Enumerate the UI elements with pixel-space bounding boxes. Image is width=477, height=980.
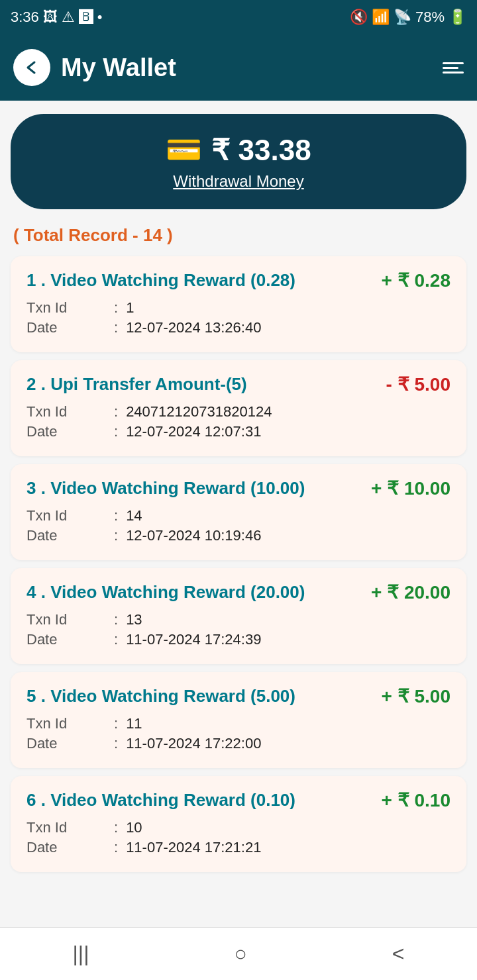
txn-id-row: Txn Id : 11 <box>26 715 450 732</box>
txn-date-value: 11-07-2024 17:22:00 <box>126 735 261 752</box>
txn-date-label: Date <box>26 631 106 648</box>
transaction-card: 5 . Video Watching Reward (5.00) + ₹ 5.0… <box>11 672 466 768</box>
wallet-icon: 💳 <box>166 132 202 167</box>
transaction-card: 1 . Video Watching Reward (0.28) + ₹ 0.2… <box>11 256 466 352</box>
txn-id-value: 10 <box>126 819 142 836</box>
transaction-card: 6 . Video Watching Reward (0.10) + ₹ 0.1… <box>11 776 466 872</box>
wallet-balance-card: 💳 ₹ 33.38 Withdrawal Money <box>11 114 466 209</box>
txn-date-row: Date : 12-07-2024 13:26:40 <box>26 319 450 336</box>
txn-date-value: 11-07-2024 17:21:21 <box>126 839 261 856</box>
txn-separator: : <box>114 819 118 836</box>
txn-id-value: 13 <box>126 611 142 628</box>
txn-amount: + ₹ 0.28 <box>382 270 450 291</box>
txn-id-label: Txn Id <box>26 819 106 836</box>
txn-title: 1 . Video Watching Reward (0.28) <box>26 270 295 291</box>
txn-title: 2 . Upi Transfer Amount-(5) <box>26 374 247 395</box>
back-nav-button[interactable]: < <box>366 936 431 971</box>
txn-date-label: Date <box>26 423 106 440</box>
alert-icon: ⚠ <box>62 9 75 26</box>
txn-date-label: Date <box>26 735 106 752</box>
txn-amount: + ₹ 10.00 <box>371 477 450 499</box>
mute-icon: 🔇 <box>350 9 368 26</box>
txn-id-label: Txn Id <box>26 715 106 732</box>
txn-date-label: Date <box>26 527 106 544</box>
svg-point-0 <box>22 58 42 77</box>
txn-date-row: Date : 12-07-2024 12:07:31 <box>26 423 450 440</box>
txn-separator: : <box>114 507 118 524</box>
txn-date-separator: : <box>114 319 118 336</box>
txn-id-label: Txn Id <box>26 611 106 628</box>
txn-id-row: Txn Id : 13 <box>26 611 450 628</box>
status-bar: 3:36 🖼 ⚠ 🅱 • 🔇 📶 📡 78% 🔋 <box>0 0 477 34</box>
txn-date-separator: : <box>114 839 118 856</box>
txn-amount: + ₹ 20.00 <box>371 581 450 603</box>
withdrawal-link[interactable]: Withdrawal Money <box>173 172 303 191</box>
battery-text: 78% <box>415 9 445 26</box>
txn-id-row: Txn Id : 1 <box>26 299 450 317</box>
dot-icon: • <box>97 9 103 26</box>
txn-date-value: 12-07-2024 12:07:31 <box>126 423 261 440</box>
txn-id-value: 1 <box>126 299 134 317</box>
transaction-card: 2 . Upi Transfer Amount-(5) - ₹ 5.00 Txn… <box>11 360 466 456</box>
filter-line-1 <box>443 62 464 64</box>
status-time: 3:36 <box>11 9 39 26</box>
txn-date-value: 12-07-2024 13:26:40 <box>126 319 261 336</box>
txn-date-separator: : <box>114 631 118 648</box>
transaction-card: 3 . Video Watching Reward (10.00) + ₹ 10… <box>11 464 466 560</box>
txn-title: 6 . Video Watching Reward (0.10) <box>26 790 295 810</box>
txn-separator: : <box>114 715 118 732</box>
txn-date-row: Date : 11-07-2024 17:21:21 <box>26 839 450 856</box>
txn-date-label: Date <box>26 319 106 336</box>
transaction-card: 4 . Video Watching Reward (20.00) + ₹ 20… <box>11 568 466 664</box>
txn-title: 4 . Video Watching Reward (20.00) <box>26 582 305 603</box>
wifi-icon: 📶 <box>372 9 390 26</box>
page-title: My Wallet <box>61 54 176 82</box>
header-left: My Wallet <box>13 49 176 86</box>
recent-button[interactable]: ||| <box>46 936 116 971</box>
txn-date-separator: : <box>114 527 118 544</box>
txn-date-row: Date : 11-07-2024 17:22:00 <box>26 735 450 752</box>
txn-date-separator: : <box>114 735 118 752</box>
filter-line-3 <box>443 72 464 74</box>
app-header: My Wallet <box>0 34 477 101</box>
txn-date-value: 11-07-2024 17:24:39 <box>126 631 261 648</box>
txn-id-row: Txn Id : 10 <box>26 819 450 836</box>
battery-icon: 🔋 <box>449 9 466 26</box>
txn-header: 2 . Upi Transfer Amount-(5) - ₹ 5.00 <box>26 373 450 395</box>
txn-id-value: 11 <box>126 715 142 732</box>
filter-button[interactable] <box>443 62 464 74</box>
txn-header: 1 . Video Watching Reward (0.28) + ₹ 0.2… <box>26 270 450 291</box>
txn-header: 3 . Video Watching Reward (10.00) + ₹ 10… <box>26 477 450 499</box>
txn-amount: + ₹ 5.00 <box>382 685 450 707</box>
home-button[interactable]: ○ <box>207 936 273 971</box>
txn-amount: + ₹ 0.10 <box>382 789 450 811</box>
total-record-label: ( Total Record - 14 ) <box>0 222 477 256</box>
txn-date-value: 12-07-2024 10:19:46 <box>126 527 261 544</box>
txn-date-separator: : <box>114 423 118 440</box>
txn-header: 4 . Video Watching Reward (20.00) + ₹ 20… <box>26 581 450 603</box>
network-icon: 📡 <box>394 9 411 26</box>
txn-id-label: Txn Id <box>26 403 106 420</box>
notification-icon: 🅱 <box>79 9 93 26</box>
txn-id-row: Txn Id : 14 <box>26 507 450 524</box>
status-right: 🔇 📶 📡 78% 🔋 <box>350 9 466 26</box>
bottom-navigation: ||| ○ < <box>0 927 477 980</box>
txn-id-label: Txn Id <box>26 507 106 524</box>
txn-amount: - ₹ 5.00 <box>386 373 450 395</box>
txn-id-value: 14 <box>126 507 142 524</box>
status-left: 3:36 🖼 ⚠ 🅱 • <box>11 9 103 26</box>
txn-id-row: Txn Id : 240712120731820124 <box>26 403 450 420</box>
txn-id-label: Txn Id <box>26 299 106 317</box>
txn-date-row: Date : 12-07-2024 10:19:46 <box>26 527 450 544</box>
photo-icon: 🖼 <box>43 9 58 26</box>
txn-header: 5 . Video Watching Reward (5.00) + ₹ 5.0… <box>26 685 450 707</box>
txn-header: 6 . Video Watching Reward (0.10) + ₹ 0.1… <box>26 789 450 811</box>
wallet-amount: ₹ 33.38 <box>211 133 311 167</box>
back-button[interactable] <box>13 49 50 86</box>
txn-title: 3 . Video Watching Reward (10.00) <box>26 478 305 499</box>
txn-separator: : <box>114 299 118 317</box>
txn-title: 5 . Video Watching Reward (5.00) <box>26 686 295 707</box>
transaction-list: 1 . Video Watching Reward (0.28) + ₹ 0.2… <box>0 256 477 885</box>
txn-id-value: 240712120731820124 <box>126 403 272 420</box>
wallet-amount-row: 💳 ₹ 33.38 <box>166 132 311 167</box>
